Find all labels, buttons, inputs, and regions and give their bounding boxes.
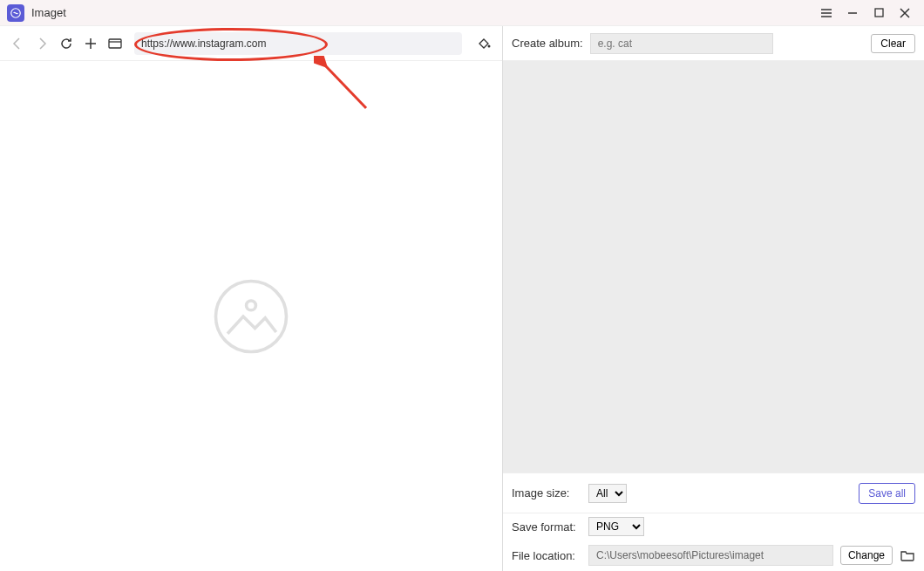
save-all-button[interactable]: Save all [859, 483, 915, 504]
window-icon[interactable] [106, 35, 124, 52]
add-tab-icon[interactable] [82, 35, 99, 52]
open-folder-icon[interactable] [900, 547, 915, 563]
back-icon[interactable] [9, 35, 26, 52]
browser-toolbar [0, 26, 502, 61]
album-name-input[interactable] [590, 33, 773, 54]
app-title: Imaget [31, 6, 819, 19]
image-size-row: Image size: All Save all [503, 472, 924, 513]
reload-icon[interactable] [58, 35, 75, 52]
change-button[interactable]: Change [840, 546, 893, 565]
app-logo-icon [7, 4, 24, 22]
file-location-input[interactable] [588, 545, 833, 566]
sidebar-panel: Create album: Clear Image size: All Save… [503, 26, 924, 571]
maximize-icon[interactable] [872, 6, 886, 20]
file-location-label: File location: [512, 549, 581, 562]
svg-point-3 [488, 44, 491, 47]
minimize-icon[interactable] [846, 6, 859, 20]
url-input[interactable] [141, 37, 455, 50]
window-controls [819, 6, 917, 20]
svg-rect-2 [109, 39, 121, 48]
browser-content-area [0, 61, 502, 571]
album-row: Create album: Clear [503, 26, 924, 61]
svg-point-5 [247, 301, 256, 310]
svg-point-4 [216, 281, 287, 351]
gallery-area [503, 61, 924, 472]
titlebar: Imaget [0, 0, 924, 26]
forward-icon[interactable] [33, 35, 51, 52]
save-format-select[interactable]: PNG [588, 517, 644, 536]
clear-button[interactable]: Clear [871, 34, 915, 53]
save-format-label: Save format: [512, 520, 581, 534]
color-picker-icon[interactable] [476, 35, 493, 52]
close-icon[interactable] [898, 6, 912, 20]
browser-panel [0, 26, 503, 571]
image-placeholder-icon [212, 277, 290, 356]
svg-rect-1 [875, 9, 883, 17]
image-size-label: Image size: [512, 486, 581, 500]
url-bar[interactable] [134, 32, 462, 55]
save-settings-row: Save format: PNG File location: Change [503, 513, 924, 571]
create-album-label: Create album: [512, 37, 583, 50]
image-size-select[interactable]: All [588, 484, 627, 503]
menu-icon[interactable] [819, 6, 833, 20]
